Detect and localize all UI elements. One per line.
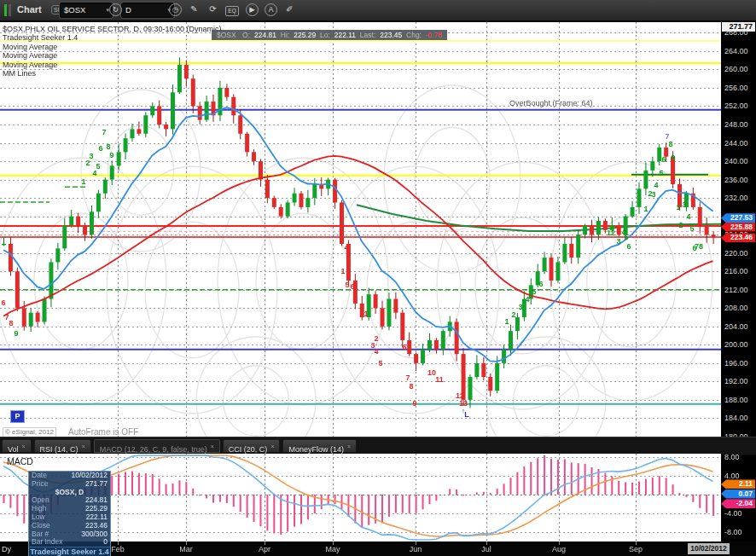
clock-icon[interactable]: ◷	[169, 3, 182, 16]
price-tick-label: 264.00	[724, 47, 755, 55]
current-date-tag: 10/02/2012	[688, 543, 730, 554]
chart-window: Chart SR $OSX ▾ D ▾ ↻◷✎⟳EQ▶A✐ 271.77 268…	[0, 0, 756, 556]
macd-value-tag: 0.07	[721, 489, 755, 499]
tab-vol[interactable]: Vol×	[2, 439, 32, 453]
tab-rsi[interactable]: RSI (14, C)×	[34, 439, 91, 453]
price-tick-label: 212.00	[724, 286, 755, 294]
month-label: Feb	[111, 545, 125, 553]
price-tick-label: 204.00	[724, 322, 755, 331]
row-value: 0	[103, 538, 108, 547]
price-tag: 225.88	[721, 223, 755, 232]
data-window-row: Bar Index0	[29, 538, 110, 547]
tab-close-icon[interactable]: ×	[211, 443, 214, 449]
strip-symbol: $OSX	[217, 31, 236, 39]
tab-close-icon[interactable]: ×	[82, 443, 85, 449]
chart-window-title: Chart	[17, 4, 42, 14]
price-tick-label: 192.00	[724, 377, 755, 385]
study-name: Moving Average	[3, 61, 221, 69]
window-bars-icon[interactable]	[4, 4, 13, 16]
data-window-footer: Tradesight Seeker 1.4	[29, 547, 110, 556]
tab-close-icon[interactable]: ×	[347, 443, 351, 449]
study-name: Moving Average	[3, 51, 221, 60]
tab-moneyflow[interactable]: MoneyFlow (14)×	[282, 439, 357, 453]
auto-icon[interactable]: A	[265, 3, 277, 16]
data-window[interactable]: Date10/02/2012Price271.77$OSX, DOpen224.…	[28, 471, 111, 556]
tab-cci[interactable]: CCI (20, C)×	[223, 439, 281, 453]
price-tick-label: 232.00	[724, 194, 755, 202]
interval-combo[interactable]: D ▾	[121, 3, 174, 18]
price-tick-label: 184.00	[724, 414, 755, 422]
price-tick-label: 200.00	[724, 340, 755, 349]
study-name: MM Lines	[3, 69, 221, 78]
pivot-marker: P	[10, 410, 25, 423]
month-label: Apr	[259, 545, 270, 553]
last-label: Last:	[360, 31, 375, 39]
month-label: May	[325, 545, 340, 553]
time-axis-left-text: Dy	[2, 545, 11, 553]
draw-icon[interactable]: ✐	[283, 3, 296, 16]
row-value: 271.77	[85, 480, 108, 489]
price-tick-label: 188.00	[724, 396, 755, 404]
pencil-icon[interactable]: ✎	[188, 3, 201, 16]
price-tick-label: 196.00	[724, 359, 755, 368]
macd-tick-label: 4.00	[724, 472, 755, 480]
macd-value-tag: 2.11	[721, 479, 755, 489]
data-window-rows: Date10/02/2012Price271.77$OSX, DOpen224.…	[29, 472, 110, 547]
interval-value: D	[125, 5, 131, 14]
refresh-icon[interactable]: ↻	[109, 3, 122, 16]
tab-close-icon[interactable]: ×	[22, 443, 26, 449]
last-value: 223.45	[380, 31, 402, 39]
low-label: Lo:	[320, 31, 330, 39]
price-tick-label: 220.00	[724, 249, 755, 258]
month-label: Sep	[629, 545, 643, 553]
price-tick-label: 252.00	[724, 101, 755, 110]
chg-label: Chg:	[406, 31, 422, 39]
tab-close-icon[interactable]: ×	[270, 443, 274, 449]
month-label: Jun	[410, 545, 422, 553]
quote-icon[interactable]: EQ	[225, 6, 239, 16]
month-label: Mar	[179, 545, 193, 553]
green-bar	[4, 4, 7, 16]
tab-macd[interactable]: MACD (12, 26, C, 9, false, true)×	[94, 439, 220, 453]
macd-panel-label: MACD	[7, 456, 33, 466]
gray-bar	[9, 4, 11, 16]
autoframe-status: AutoFrame is OFF	[68, 427, 138, 437]
price-tick-label: 268.00	[724, 28, 755, 37]
ohlc-data-strip[interactable]: $OSX O:224.81 Hi:225.29 Lo:222.11 Last:2…	[212, 30, 447, 40]
price-tick-label: 260.00	[724, 65, 755, 73]
price-tick-label: 256.00	[724, 84, 755, 92]
symbol-value: $OSX	[64, 5, 85, 14]
chart-title: $OSX,PHLX OIL SERVICE SECTOR, D, 09:30-1…	[3, 25, 221, 33]
price-tick-label: 240.00	[724, 157, 755, 165]
month-label: Jul	[481, 545, 491, 553]
price-tag: 227.53	[721, 213, 755, 223]
price-tick-label: 244.00	[724, 139, 755, 148]
play-icon[interactable]: ▶	[246, 3, 259, 16]
price-tick-label: 236.00	[724, 176, 755, 184]
symbol-combo[interactable]: $OSX ▾	[60, 3, 113, 18]
macd-value-tag: -2.04	[721, 499, 755, 508]
study-name: Moving Average	[3, 43, 221, 51]
price-tick-label: 208.00	[724, 304, 755, 312]
macd-tick-label: -4.00	[724, 509, 755, 518]
study-tabbar: Vol×RSI (14, C)×MACD (12, 26, C, 9, fals…	[0, 437, 756, 455]
study-legend: $OSX,PHLX OIL SERVICE SECTOR, D, 09:30-1…	[3, 25, 221, 78]
price-tick-label: 216.00	[724, 267, 755, 275]
month-label: Aug	[552, 545, 566, 553]
price-tag: 223.46	[721, 233, 755, 242]
row-label: Bar Index	[32, 538, 62, 547]
chg-value: -0.78	[426, 31, 442, 39]
macd-tick-label: 8.00	[724, 453, 755, 461]
price-tick-label: 248.00	[724, 120, 755, 129]
high-value: 225.29	[294, 31, 316, 39]
open-value: 224.81	[254, 31, 276, 39]
open-label: O:	[242, 31, 250, 39]
redo-icon[interactable]: ⟳	[206, 3, 219, 16]
row-label: Price	[32, 480, 48, 489]
price-axis[interactable]	[721, 20, 756, 542]
overbought-label: OverBought (Frame: 64)	[509, 99, 593, 107]
main-chart-canvas[interactable]	[0, 22, 721, 437]
macd-tick-label: -8.00	[724, 528, 755, 536]
toolbar: Chart SR $OSX ▾ D ▾ ↻◷✎⟳EQ▶A✐	[0, 0, 756, 21]
time-axis[interactable]: FebMarAprMayJunJulAugSep	[0, 542, 756, 556]
